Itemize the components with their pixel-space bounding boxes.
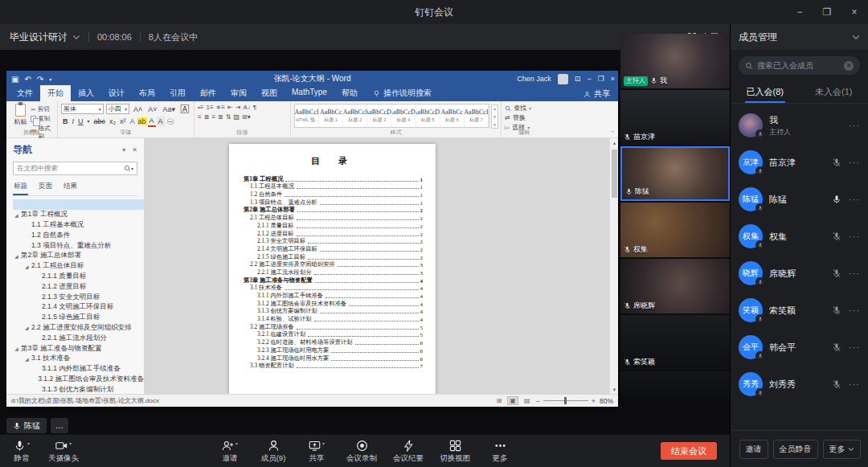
video-tile[interactable]: 主持人我 bbox=[620, 34, 730, 88]
tab-MathType[interactable]: MathType bbox=[285, 85, 334, 101]
tab-视图[interactable]: 视图 bbox=[254, 85, 285, 101]
align-center-button[interactable]: ≣ bbox=[204, 113, 210, 121]
tab-设计[interactable]: 设计 bbox=[101, 85, 132, 101]
underline-caret[interactable]: ▾ bbox=[86, 117, 92, 126]
bold-button[interactable]: B bbox=[61, 117, 70, 126]
member-row[interactable]: 陈猛陈猛··· bbox=[731, 181, 868, 218]
word-minimize-button[interactable]: − bbox=[587, 75, 591, 83]
meeting-name[interactable]: 毕业设计研讨 bbox=[10, 31, 68, 44]
collapse-ribbon-icon[interactable]: ⌃ bbox=[610, 130, 615, 137]
line-spacing-button[interactable]: ⇅ bbox=[226, 113, 231, 121]
tab-引用[interactable]: 引用 bbox=[162, 85, 193, 101]
nav-heading-item[interactable]: ◢3.1 技术准备 bbox=[13, 354, 144, 364]
nav-heading-item[interactable]: ◢第3章 施工准备与物资配置 bbox=[13, 343, 144, 354]
toc-entry[interactable]: 3.2 施工现场准备5 bbox=[244, 323, 423, 331]
grow-font-button[interactable]: A˄ bbox=[132, 104, 144, 114]
toc-entry[interactable]: 1.1 工程基本概况1 bbox=[244, 183, 423, 191]
expand-arrow-icon[interactable]: ◢ bbox=[25, 356, 31, 362]
nav-heading-item[interactable]: ◢2.2 施工进度安排及空间组织安排 bbox=[13, 323, 144, 334]
style-item[interactable]: AaBbCcI标题 2 bbox=[343, 104, 367, 127]
caret-down-icon[interactable]: ▾ bbox=[322, 440, 325, 446]
member-more-button[interactable]: ··· bbox=[849, 195, 860, 204]
member-more-button[interactable]: ··· bbox=[849, 158, 860, 167]
toc-entry[interactable]: 3.1.2 施工图纸会审及技术资料准备4 bbox=[244, 300, 423, 308]
nav-heading-item[interactable]: 3.1.3 创优方案编制计划 bbox=[13, 384, 144, 394]
speaker-more-button[interactable]: … bbox=[51, 418, 68, 433]
nav-pane-close-icon[interactable]: ✕ bbox=[132, 146, 137, 154]
member-more-button[interactable]: ··· bbox=[849, 121, 860, 130]
toc-entry[interactable]: 第2章 施工总体部署2 bbox=[244, 207, 423, 215]
member-row[interactable]: 晓辉席晓辉··· bbox=[731, 255, 868, 292]
control-invite-button[interactable]: ▾邀请 bbox=[216, 435, 244, 467]
multilevel-list-button[interactable]: ∗≡ bbox=[216, 104, 225, 111]
toc-entry[interactable]: 2.1.3 安全文明目标2 bbox=[244, 238, 423, 246]
scroll-down-icon[interactable]: ▼ bbox=[610, 385, 618, 394]
zoom-in-icon[interactable]: + bbox=[592, 397, 596, 405]
font-name-combo[interactable]: 黑体▾ bbox=[61, 104, 104, 114]
nav-tab-页面[interactable]: 页面 bbox=[38, 180, 53, 195]
toc-entry[interactable]: 2.2 施工进度安排及空间组织安排3 bbox=[244, 261, 423, 269]
clear-search-icon[interactable]: ✕ bbox=[844, 61, 854, 71]
paste-button[interactable]: 粘贴 bbox=[10, 104, 31, 129]
video-tile[interactable]: 苗京津 bbox=[620, 90, 730, 145]
read-mode-icon[interactable]: ⊞ bbox=[495, 397, 504, 404]
toc-entry[interactable]: 2.1.1 质量目标2 bbox=[244, 222, 423, 230]
expand-arrow-icon[interactable]: ◢ bbox=[25, 325, 31, 330]
align-left-button[interactable]: ≡ bbox=[198, 113, 202, 121]
nav-heading-item[interactable]: 2.2.1 施工流水段划分 bbox=[13, 333, 144, 343]
subscript-button[interactable]: x₂ bbox=[108, 117, 117, 126]
web-layout-icon[interactable]: ▤ bbox=[522, 397, 532, 404]
more-button[interactable]: 更多 bbox=[823, 440, 861, 459]
toc-entry[interactable]: 3.2.2 临时道路、材料堆场等设置计划6 bbox=[244, 338, 423, 346]
nav-tab-标题[interactable]: 标题 bbox=[13, 180, 28, 195]
toc-entry[interactable]: 第3章 施工准备与物资配置4 bbox=[244, 277, 423, 285]
scrollbar-thumb[interactable] bbox=[612, 150, 617, 198]
scroll-up-icon[interactable]: ▲ bbox=[610, 138, 618, 147]
mic-muted-icon[interactable] bbox=[832, 342, 841, 352]
member-more-button[interactable]: ··· bbox=[849, 231, 860, 241]
increase-indent-button[interactable]: ⇥ bbox=[235, 104, 241, 111]
highlight-button[interactable]: ab bbox=[137, 117, 147, 125]
strikethrough-button[interactable]: abc bbox=[92, 117, 108, 126]
nav-heading-item[interactable]: ◢第2章 施工总体部署 bbox=[13, 251, 144, 261]
justify-button[interactable]: ≣ bbox=[218, 113, 223, 121]
toc-entry[interactable]: 3.1 技术准备4 bbox=[244, 285, 423, 293]
decrease-indent-button[interactable]: ⇤ bbox=[227, 104, 233, 111]
video-tile[interactable] bbox=[620, 371, 730, 407]
ribbon-display-options-icon[interactable]: ⊡ bbox=[575, 75, 581, 83]
toc-entry[interactable]: 2.1.2 进度目标2 bbox=[244, 230, 423, 238]
member-row[interactable]: 秀秀刘秀秀··· bbox=[731, 366, 868, 403]
invite-button[interactable]: 邀请 bbox=[739, 440, 768, 459]
copy-button[interactable]: 复制 bbox=[31, 115, 54, 123]
mic-muted-icon[interactable] bbox=[832, 268, 841, 278]
toc-entry[interactable]: 3.2.3 施工现场临时用电方案6 bbox=[244, 346, 423, 354]
nav-heading-item[interactable] bbox=[13, 199, 144, 210]
speaker-name-chip[interactable]: 陈猛 bbox=[6, 418, 47, 433]
tab-布局[interactable]: 布局 bbox=[132, 85, 162, 101]
mic-icon[interactable] bbox=[832, 195, 841, 204]
align-right-button[interactable]: ≡ bbox=[211, 113, 215, 121]
mic-muted-icon[interactable] bbox=[832, 231, 841, 241]
underline-button[interactable]: U bbox=[76, 117, 85, 126]
replace-button[interactable]: ⇄ 替换 bbox=[505, 113, 543, 122]
video-tile[interactable]: 权集 bbox=[620, 203, 730, 257]
mic-muted-icon[interactable] bbox=[832, 379, 841, 389]
tab-file[interactable]: 文件 bbox=[10, 85, 40, 101]
minimize-button[interactable]: − bbox=[786, 0, 813, 24]
tell-me-search[interactable]: 操作说明搜索 bbox=[373, 88, 432, 101]
nav-heading-item[interactable]: 1.3 项目特点、重难点分析 bbox=[13, 240, 144, 251]
nav-heading-item[interactable]: 1.1 工程基本概况 bbox=[13, 220, 144, 231]
nav-search-caret[interactable]: ▾ bbox=[131, 166, 133, 171]
nav-heading-item[interactable]: 2.1.1 质量目标 bbox=[13, 272, 144, 282]
styles-gallery-scroll[interactable]: ▴▾▾ bbox=[491, 104, 498, 129]
word-user-name[interactable]: Chen Jack bbox=[517, 75, 551, 83]
style-item[interactable]: AaBbCcDc标题 5 bbox=[416, 104, 440, 127]
expand-arrow-icon[interactable]: ◢ bbox=[25, 264, 31, 269]
zoom-slider[interactable]: − + bbox=[535, 397, 596, 405]
caret-down-icon[interactable]: ▾ bbox=[69, 440, 72, 446]
word-close-button[interactable]: × bbox=[611, 75, 615, 83]
find-button[interactable]: 查找▾ bbox=[505, 104, 543, 113]
style-item[interactable]: AaBbCcI标题 7 bbox=[465, 104, 489, 127]
nav-heading-item[interactable]: 2.1.2 进度目标 bbox=[13, 281, 144, 292]
zoom-percentage[interactable]: 80% bbox=[600, 397, 613, 405]
